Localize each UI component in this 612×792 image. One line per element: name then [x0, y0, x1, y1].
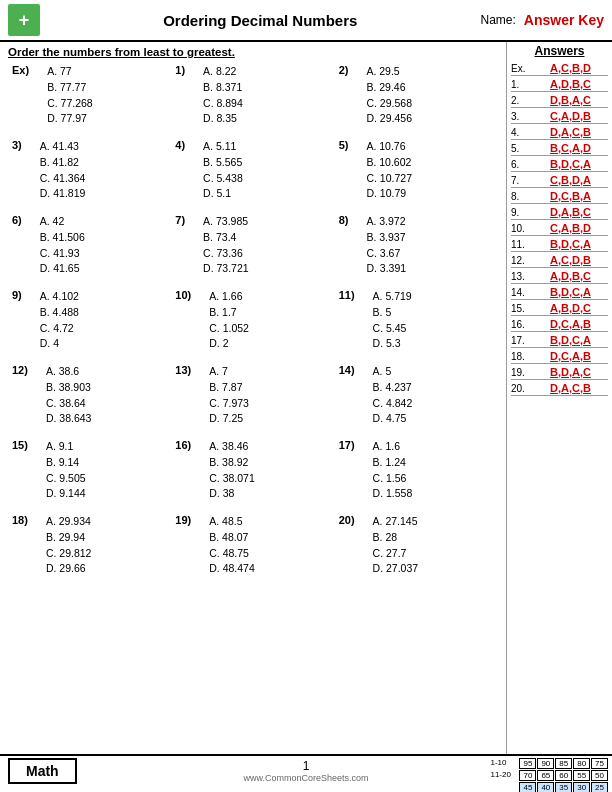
answer-value-7: C,B,D,A [533, 174, 608, 186]
p14-c: C. 4.842 [359, 396, 413, 412]
p4-d: D. 5.1 [189, 186, 243, 202]
answer-value-12: A,C,D,B [533, 254, 608, 266]
p10-b: B. 1.7 [195, 305, 249, 321]
problem-14-label: 14) [339, 364, 355, 427]
answer-row-16: 16.D,C,A,B [511, 317, 608, 332]
p10-c: C. 1.052 [195, 321, 249, 337]
answer-label-9: 9. [511, 207, 533, 218]
name-label: Name: [481, 13, 516, 27]
answer-label-3: 3. [511, 111, 533, 122]
p7-d: D. 73.721 [189, 261, 249, 277]
answer-label-15: 15. [511, 303, 533, 314]
answer-value-0: A,C,B,D [533, 62, 608, 74]
answer-value-15: A,B,D,C [533, 302, 608, 314]
p8-c: C. 3.67 [352, 246, 406, 262]
problem-17: 17) A. 1.6 B. 1.24 C. 1.56 D. 1.558 [335, 437, 498, 504]
answer-row-9: 9.D,A,B,C [511, 205, 608, 220]
answer-value-9: D,A,B,C [533, 206, 608, 218]
p12-d: D. 38.643 [32, 411, 92, 427]
problem-2: 2) A. 29.5 B. 29.46 C. 29.568 D. 29.456 [335, 62, 498, 129]
p7-c: C. 73.36 [189, 246, 249, 262]
answer-row-20: 20.D,A,C,B [511, 381, 608, 396]
p18-b: B. 29.94 [32, 530, 92, 546]
answer-value-13: A,D,B,C [533, 270, 608, 282]
p9-c: C. 4.72 [26, 321, 79, 337]
p6-b: B. 41.506 [26, 230, 85, 246]
answer-label-12: 12. [511, 255, 533, 266]
problem-13-label: 13) [175, 364, 191, 427]
p5-a: A. 10.76 [352, 139, 412, 155]
logo-icon: + [8, 4, 40, 36]
answer-row-3: 3.C,A,D,B [511, 109, 608, 124]
footer: Math 1 www.CommonCoreSheets.com 1-10 95 … [0, 754, 612, 786]
p20-b: B. 28 [359, 530, 419, 546]
p19-a: A. 48.5 [195, 514, 255, 530]
page-number: 1 [303, 759, 310, 773]
problem-19-label: 19) [175, 514, 191, 577]
p15-a: A. 9.1 [32, 439, 86, 455]
problem-7-label: 7) [175, 214, 185, 277]
p18-d: D. 29.66 [32, 561, 92, 577]
p16-b: B. 38.92 [195, 455, 255, 471]
problem-16-label: 16) [175, 439, 191, 502]
answer-row-2: 2.D,B,A,C [511, 93, 608, 108]
problem-8: 8) A. 3.972 B. 3.937 C. 3.67 D. 3.391 [335, 212, 498, 279]
p12-a: A. 38.6 [32, 364, 92, 380]
p10-a: A. 1.66 [195, 289, 249, 305]
instruction-text: Order the numbers from least to greatest… [8, 46, 498, 58]
problem-10: 10) A. 1.66 B. 1.7 C. 1.052 D. 2 [171, 287, 334, 354]
header: + Ordering Decimal Numbers Name: Answer … [0, 0, 612, 42]
answer-row-5: 5.B,C,A,D [511, 141, 608, 156]
answer-label-8: 8. [511, 191, 533, 202]
problems-grid: Ex) A. 77 B. 77.77 C. 77.268 D. 77.97 1) [8, 62, 498, 585]
footer-center: 1 www.CommonCoreSheets.com [243, 759, 368, 783]
p15-b: B. 9.14 [32, 455, 86, 471]
answer-label-7: 7. [511, 175, 533, 186]
p17-a: A. 1.6 [359, 439, 413, 455]
p3-b: B. 41.82 [26, 155, 86, 171]
p8-a: A. 3.972 [352, 214, 406, 230]
p13-b: B. 7.87 [195, 380, 249, 396]
p19-c: C. 48.75 [195, 546, 255, 562]
problem-8-label: 8) [339, 214, 349, 277]
p17-d: D. 1.558 [359, 486, 413, 502]
main-area: Order the numbers from least to greatest… [0, 42, 612, 754]
example-item-d: D. 77.97 [33, 111, 93, 127]
answer-label-11: 11. [511, 239, 533, 250]
problem-10-label: 10) [175, 289, 191, 352]
p19-d: D. 48.474 [195, 561, 255, 577]
answer-row-13: 13.A,D,B,C [511, 269, 608, 284]
answer-row-10: 10.C,A,B,D [511, 221, 608, 236]
answer-label-10: 10. [511, 223, 533, 234]
p14-b: B. 4.237 [359, 380, 413, 396]
answer-label-1: 1. [511, 79, 533, 90]
problem-15-label: 15) [12, 439, 28, 502]
p14-a: A. 5 [359, 364, 413, 380]
p1-a: A. 8.22 [189, 64, 243, 80]
p12-c: C. 38.64 [32, 396, 92, 412]
p7-a: A. 73.985 [189, 214, 249, 230]
problem-2-label: 2) [339, 64, 349, 127]
answer-row-12: 12.A,C,D,B [511, 253, 608, 268]
answer-key-label: Answer Key [524, 12, 604, 28]
problem-4: 4) A. 5.11 B. 5.565 C. 5.438 D. 5.1 [171, 137, 334, 204]
answer-row-1: 1.A,D,B,C [511, 77, 608, 92]
p9-a: A. 4.102 [26, 289, 79, 305]
problem-12: 12) A. 38.6 B. 38.903 C. 38.64 D. 38.643 [8, 362, 171, 429]
p18-a: A. 29.934 [32, 514, 92, 530]
answer-value-19: B,D,A,C [533, 366, 608, 378]
p9-d: D. 4 [26, 336, 79, 352]
math-label: Math [8, 758, 77, 784]
p3-d: D. 41.819 [26, 186, 86, 202]
problem-12-label: 12) [12, 364, 28, 427]
p17-c: C. 1.56 [359, 471, 413, 487]
answer-label-16: 16. [511, 319, 533, 330]
p8-d: D. 3.391 [352, 261, 406, 277]
answer-value-16: D,C,A,B [533, 318, 608, 330]
p1-b: B. 8.371 [189, 80, 243, 96]
p20-a: A. 27.145 [359, 514, 419, 530]
p15-c: C. 9.505 [32, 471, 86, 487]
answer-value-5: B,C,A,D [533, 142, 608, 154]
answer-value-11: B,D,C,A [533, 238, 608, 250]
answer-value-14: B,D,C,A [533, 286, 608, 298]
